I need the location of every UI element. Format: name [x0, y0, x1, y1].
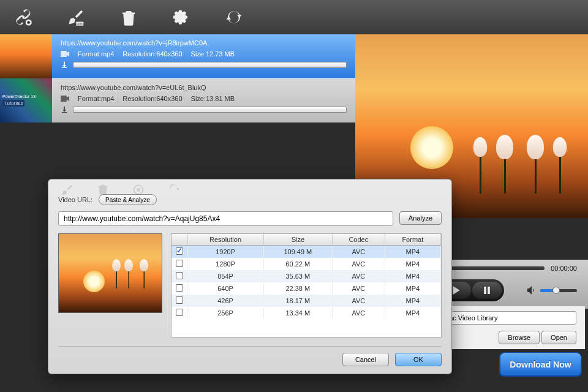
table-row[interactable]: 640P22.38 MAVCMP4 [172, 282, 441, 295]
cell-size: 13.34 M [263, 307, 332, 319]
ghost-toolbar [61, 183, 181, 197]
browse-button[interactable]: Browse [499, 331, 540, 344]
progress-row [61, 61, 347, 69]
resolution-label: Resolution:640x360 [123, 95, 182, 102]
cell-size: 18.17 M [263, 295, 332, 307]
cell-resolution: 1280P [187, 258, 263, 270]
table-row[interactable]: 1920P109.49 MAVCMP4 [172, 246, 441, 258]
camera-icon [61, 96, 69, 102]
cell-codec: AVC [333, 258, 385, 270]
col-size[interactable]: Size [263, 234, 332, 246]
resolution-label: Resolution:640x360 [123, 50, 182, 58]
format-table: Resolution Size Codec Format 1920P109.49… [171, 233, 442, 337]
clear-button[interactable]: 100% [65, 6, 87, 28]
add-link-icon [14, 8, 32, 26]
trash-icon [119, 8, 138, 26]
download-icon [61, 61, 68, 69]
download-thumbnail: PowerDirector 13 Tutorials [0, 78, 52, 123]
row-checkbox[interactable] [176, 309, 183, 316]
format-label: Format:mp4 [78, 95, 114, 102]
modal-thumbnail [58, 233, 162, 313]
cell-codec: AVC [333, 295, 385, 307]
svg-text:100%: 100% [76, 21, 84, 25]
play-icon [452, 286, 461, 295]
table-row[interactable]: 256P13.34 MAVCMP4 [172, 307, 441, 319]
video-url-label: Video URL: [58, 196, 92, 203]
row-checkbox[interactable] [176, 296, 183, 304]
svg-point-4 [137, 188, 140, 192]
row-checkbox[interactable] [176, 284, 183, 292]
download-info: https://www.youtube.com/watch?v=jR8irpwM… [52, 34, 355, 78]
col-format[interactable]: Format [385, 234, 440, 246]
download-info: https://www.youtube.com/watch?v=eUL6t_Bl… [52, 78, 355, 123]
cell-codec: AVC [333, 282, 385, 295]
convert-button[interactable] [223, 6, 245, 28]
volume-slider[interactable] [540, 289, 577, 292]
cell-size: 22.38 M [263, 282, 332, 295]
progress-row [61, 106, 347, 113]
cell-resolution: 256P [187, 307, 263, 319]
cell-format: MP4 [385, 307, 440, 319]
row-checkbox[interactable] [176, 247, 183, 255]
cell-codec: AVC [333, 270, 385, 282]
cell-resolution: 640P [187, 282, 263, 295]
col-checkbox [172, 234, 187, 246]
download-meta: Format:mp4 Resolution:640x360 Size:13.81… [61, 95, 347, 102]
analyze-dialog: Video URL: Paste & Analyze Analyze Resol… [48, 179, 452, 374]
row-checkbox[interactable] [176, 272, 183, 279]
progress-bar[interactable] [73, 62, 347, 68]
brush-icon: 100% [67, 8, 85, 26]
cell-size: 60.22 M [263, 258, 332, 270]
speaker-icon [527, 286, 537, 295]
refresh-globe-icon [225, 8, 243, 26]
gear-icon [172, 8, 190, 26]
progress-bar[interactable] [73, 107, 347, 113]
col-codec[interactable]: Codec [333, 234, 385, 246]
cell-format: MP4 [385, 246, 440, 258]
cell-format: MP4 [385, 270, 440, 282]
download-url: https://www.youtube.com/watch?v=eUL6t_Bl… [61, 84, 347, 91]
delete-button[interactable] [118, 6, 140, 28]
cell-resolution: 854P [187, 270, 263, 282]
cell-resolution: 1920P [187, 246, 263, 258]
thumb-text: PowerDirector 13 [2, 94, 36, 99]
download-meta: Format:mp4 Resolution:640x360 Size:12.73… [61, 50, 347, 58]
download-icon [61, 106, 68, 113]
download-thumbnail [0, 34, 52, 78]
row-checkbox[interactable] [176, 260, 183, 267]
cell-format: MP4 [385, 282, 440, 295]
download-row[interactable]: PowerDirector 13 Tutorials https://www.y… [0, 78, 355, 123]
size-label: Size:12.73 MB [191, 50, 235, 58]
table-row[interactable]: 426P18.17 MAVCMP4 [172, 295, 441, 307]
download-list: https://www.youtube.com/watch?v=jR8irpwM… [0, 34, 355, 123]
cell-format: MP4 [385, 258, 440, 270]
table-row[interactable]: 1280P60.22 MAVCMP4 [172, 258, 441, 270]
download-row[interactable]: https://www.youtube.com/watch?v=jR8irpwM… [0, 34, 355, 78]
settings-button[interactable] [170, 6, 192, 28]
open-button[interactable]: Open [541, 331, 576, 344]
cell-codec: AVC [333, 246, 385, 258]
camera-icon [61, 51, 69, 57]
cell-resolution: 426P [187, 295, 263, 307]
add-link-button[interactable] [12, 6, 34, 28]
time-display: 00:00:00 [551, 265, 577, 272]
pause-icon [483, 286, 491, 295]
cancel-button[interactable]: Cancel [342, 353, 389, 366]
table-row[interactable]: 854P35.63 MAVCMP4 [172, 270, 441, 282]
format-label: Format:mp4 [78, 50, 114, 58]
volume-thumb[interactable] [552, 287, 560, 294]
thumb-text: Tutorials [2, 100, 24, 107]
toolbar: 100% [0, 0, 588, 34]
ok-button[interactable]: OK [395, 353, 442, 366]
video-url-input[interactable] [58, 211, 393, 226]
volume-control [527, 286, 577, 295]
cell-size: 35.63 M [263, 270, 332, 282]
cell-format: MP4 [385, 295, 440, 307]
cell-size: 109.49 M [263, 246, 332, 258]
col-resolution[interactable]: Resolution [187, 234, 263, 246]
download-now-button[interactable]: Download Now [499, 352, 582, 377]
cell-codec: AVC [333, 307, 385, 319]
analyze-button[interactable]: Analyze [399, 211, 442, 225]
size-label: Size:13.81 MB [191, 95, 235, 102]
pause-button[interactable] [472, 282, 502, 299]
